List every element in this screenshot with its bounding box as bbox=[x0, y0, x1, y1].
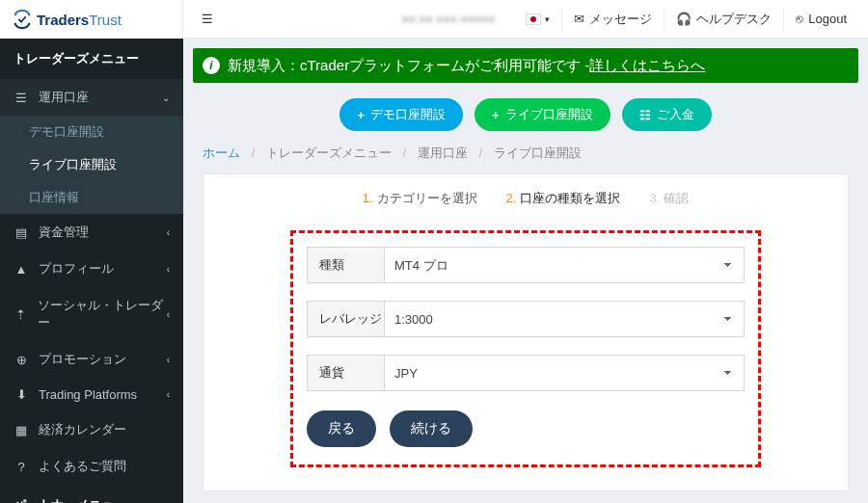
caret-down-icon: ▾ bbox=[545, 14, 550, 24]
sidebar-item-label: よくあるご質問 bbox=[39, 458, 126, 475]
chevron-down-icon: ⌄ bbox=[162, 93, 170, 103]
sidebar-item-social[interactable]: ⇡ ソーシャル・トレーダー ‹ bbox=[0, 287, 183, 341]
sidebar-item-profile[interactable]: ▲ プロフィール ‹ bbox=[0, 251, 183, 287]
type-select[interactable]: MT4 プロ bbox=[384, 247, 745, 283]
chart-icon: ⇡ bbox=[14, 307, 28, 322]
envelope-icon: ✉ bbox=[574, 12, 584, 26]
open-live-button[interactable]: +ライブ口座開設 bbox=[475, 98, 610, 131]
flag-jp-icon bbox=[526, 13, 541, 25]
announcement-banner: i 新規導入：cTraderプラットフォームがご利用可能です - 詳しくはこちら… bbox=[193, 48, 858, 83]
chevron-left-icon: ‹ bbox=[167, 389, 170, 400]
brand-part2: Trust bbox=[89, 12, 122, 28]
plus-icon: + bbox=[492, 108, 500, 122]
continue-button[interactable]: 続ける bbox=[390, 410, 473, 447]
sidebar-item-label: 経済カレンダー bbox=[39, 421, 126, 438]
brand-part1: Traders bbox=[37, 12, 89, 28]
wallet-icon: ▤ bbox=[14, 225, 29, 240]
user-info-blurred: ■■ ■■ ■■■ ■■■■■ bbox=[382, 13, 514, 26]
top-link-label: メッセージ bbox=[589, 11, 652, 28]
step-indicator: 1.カテゴリーを選択 2.口座の種類を選択 3.確認 bbox=[203, 190, 848, 207]
crumb-home[interactable]: ホーム bbox=[203, 146, 240, 160]
user-icon: ▲ bbox=[14, 262, 29, 277]
list-icon: ☰ bbox=[14, 91, 29, 105]
sidebar-item-label: Trading Platforms bbox=[39, 387, 137, 402]
card-icon: ☷ bbox=[639, 108, 651, 122]
type-label: 種類 bbox=[307, 247, 384, 283]
headset-icon: 🎧 bbox=[676, 12, 692, 26]
download-icon: ⬇ bbox=[14, 387, 29, 402]
leverage-label: レバレッジ bbox=[307, 301, 384, 337]
deposit-button[interactable]: ☷ご入金 bbox=[622, 98, 712, 131]
top-link-messages[interactable]: ✉メッセージ bbox=[562, 0, 664, 38]
step-1: 1.カテゴリーを選択 bbox=[363, 190, 477, 207]
chevron-left-icon: ‹ bbox=[167, 227, 170, 238]
chevron-left-icon: ‹ bbox=[167, 264, 170, 275]
sidebar-sub-demo[interactable]: デモ口座開設 bbox=[0, 116, 183, 148]
step-3: 3.確認 bbox=[649, 190, 689, 207]
sidebar-item-label: 運用口座 bbox=[39, 89, 89, 106]
chevron-left-icon: ‹ bbox=[167, 309, 170, 320]
sidebar-item-platforms[interactable]: ⬇ Trading Platforms ‹ bbox=[0, 378, 183, 411]
logout-icon: ⎋ bbox=[796, 12, 803, 26]
crumb-current: ライブ口座開設 bbox=[494, 146, 582, 160]
crumb-account: 運用口座 bbox=[418, 146, 468, 160]
sidebar-item-promo[interactable]: ⊕ プロモーション ‹ bbox=[0, 341, 183, 378]
topbar: ☰ ■■ ■■ ■■■ ■■■■■ ▾ ✉メッセージ 🎧ヘルプデスク ⎋Logo… bbox=[183, 0, 868, 39]
form-area-highlighted: 種類 MT4 プロ レバレッジ 1:3000 通貨 JPY 戻る 続ける bbox=[290, 230, 761, 467]
plus-icon: + bbox=[357, 108, 365, 122]
sidebar-item-funds[interactable]: ▤ 資金管理 ‹ bbox=[0, 214, 183, 251]
top-link-label: ヘルプデスク bbox=[696, 11, 772, 28]
back-button[interactable]: 戻る bbox=[307, 410, 376, 447]
button-label: ライブ口座開設 bbox=[505, 106, 593, 123]
announcement-text: 新規導入：cTraderプラットフォームがご利用可能です - bbox=[228, 57, 589, 75]
logo[interactable]: TradersTrust bbox=[0, 0, 183, 39]
form-card: 1.カテゴリーを選択 2.口座の種類を選択 3.確認 種類 MT4 プロ レバレ… bbox=[203, 173, 849, 491]
chevron-left-icon: ‹ bbox=[167, 355, 170, 365]
sidebar-header-partner: パートナーメニュー bbox=[0, 485, 183, 503]
step-2: 2.口座の種類を選択 bbox=[506, 190, 621, 207]
info-icon: i bbox=[203, 57, 220, 74]
sidebar-item-label: 資金管理 bbox=[39, 224, 89, 241]
globe-icon: ⊕ bbox=[14, 353, 29, 367]
announcement-link[interactable]: 詳しくはこちらへ bbox=[589, 57, 705, 75]
language-selector[interactable]: ▾ bbox=[514, 0, 561, 38]
currency-select[interactable]: JPY bbox=[384, 355, 745, 391]
sidebar-sub-info[interactable]: 口座情報 bbox=[0, 181, 183, 214]
form-row-currency: 通貨 JPY bbox=[307, 355, 745, 391]
sidebar-item-label: ソーシャル・トレーダー bbox=[38, 297, 167, 331]
sidebar-item-label: プロフィール bbox=[39, 260, 114, 278]
crumb-menu: トレーダーズメニュー bbox=[266, 146, 392, 160]
question-icon: ? bbox=[14, 460, 29, 474]
sidebar: TradersTrust トレーダーズメニュー ☰ 運用口座 ⌄ デモ口座開設 … bbox=[0, 0, 183, 503]
open-demo-button[interactable]: +デモ口座開設 bbox=[339, 98, 463, 131]
form-row-leverage: レバレッジ 1:3000 bbox=[307, 301, 745, 337]
button-label: ご入金 bbox=[657, 106, 694, 123]
sidebar-item-faq[interactable]: ? よくあるご質問 bbox=[0, 448, 183, 485]
currency-label: 通貨 bbox=[307, 355, 384, 391]
sidebar-item-label: プロモーション bbox=[39, 351, 126, 368]
top-link-label: Logout bbox=[808, 12, 847, 26]
sidebar-header-traders: トレーダーズメニュー bbox=[0, 39, 183, 79]
leverage-select[interactable]: 1:3000 bbox=[384, 301, 745, 337]
form-buttons: 戻る 続ける bbox=[307, 409, 745, 447]
sidebar-item-calendar[interactable]: ▦ 経済カレンダー bbox=[0, 411, 183, 448]
button-label: デモ口座開設 bbox=[370, 106, 446, 123]
sidebar-sub-live[interactable]: ライブ口座開設 bbox=[0, 148, 183, 181]
top-link-helpdesk[interactable]: 🎧ヘルプデスク bbox=[665, 0, 783, 38]
breadcrumb: ホーム / トレーダーズメニュー / 運用口座 / ライブ口座開設 bbox=[183, 145, 868, 173]
form-row-type: 種類 MT4 プロ bbox=[307, 247, 745, 283]
logo-icon bbox=[12, 9, 33, 30]
main: ☰ ■■ ■■ ■■■ ■■■■■ ▾ ✉メッセージ 🎧ヘルプデスク ⎋Logo… bbox=[183, 0, 868, 503]
action-buttons: +デモ口座開設 +ライブ口座開設 ☷ご入金 bbox=[183, 93, 868, 145]
calendar-icon: ▦ bbox=[14, 423, 29, 437]
sidebar-item-accounts[interactable]: ☰ 運用口座 ⌄ bbox=[0, 79, 183, 116]
toggle-sidebar-button[interactable]: ☰ bbox=[193, 12, 222, 26]
top-link-logout[interactable]: ⎋Logout bbox=[784, 0, 858, 38]
